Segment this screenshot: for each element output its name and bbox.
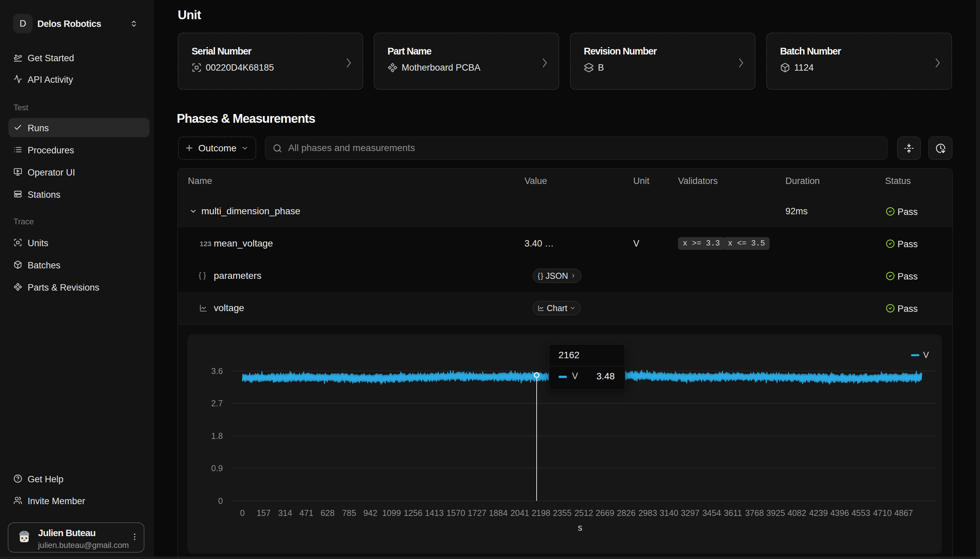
- svg-text:1.8: 1.8: [211, 431, 223, 441]
- svg-text:2826: 2826: [617, 508, 636, 518]
- svg-text:3140: 3140: [660, 508, 678, 518]
- svg-text:2.7: 2.7: [211, 399, 223, 408]
- svg-text:2983: 2983: [638, 508, 657, 518]
- svg-text:3768: 3768: [745, 508, 764, 518]
- svg-text:4710: 4710: [873, 508, 892, 518]
- svg-text:628: 628: [320, 508, 335, 518]
- svg-text:1570: 1570: [446, 508, 465, 518]
- svg-text:4239: 4239: [809, 508, 828, 518]
- svg-text:4396: 4396: [830, 508, 849, 518]
- svg-text:3.6: 3.6: [211, 366, 223, 376]
- svg-text:1256: 1256: [404, 508, 423, 518]
- svg-text:3611: 3611: [724, 508, 742, 518]
- svg-text:314: 314: [278, 508, 292, 518]
- svg-text:s: s: [578, 523, 582, 533]
- svg-text:1099: 1099: [382, 508, 401, 518]
- svg-text:0: 0: [218, 496, 223, 506]
- svg-text:2512: 2512: [574, 508, 593, 518]
- svg-text:0.9: 0.9: [211, 463, 223, 473]
- svg-text:4082: 4082: [788, 508, 806, 518]
- svg-text:2198: 2198: [532, 508, 551, 518]
- svg-text:2041: 2041: [511, 508, 529, 518]
- svg-text:4553: 4553: [851, 508, 870, 518]
- svg-text:785: 785: [342, 508, 356, 518]
- svg-text:942: 942: [363, 508, 377, 518]
- svg-text:2355: 2355: [553, 508, 572, 518]
- svg-text:1727: 1727: [468, 508, 486, 518]
- svg-text:471: 471: [299, 508, 313, 518]
- svg-text:1884: 1884: [489, 508, 508, 518]
- svg-text:3297: 3297: [681, 508, 700, 518]
- svg-text:157: 157: [257, 508, 271, 518]
- svg-text:3925: 3925: [766, 508, 785, 518]
- svg-text:1413: 1413: [425, 508, 444, 518]
- svg-text:4867: 4867: [894, 508, 913, 518]
- svg-text:3454: 3454: [702, 508, 721, 518]
- svg-text:2669: 2669: [595, 508, 614, 518]
- svg-text:0: 0: [240, 508, 245, 518]
